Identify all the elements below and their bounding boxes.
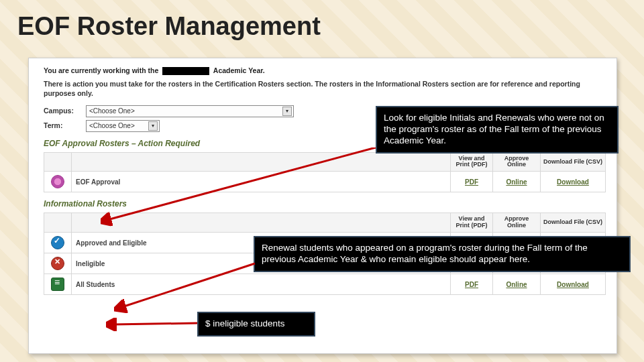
download-link[interactable]: Download xyxy=(557,178,589,186)
page-title: EOF Roster Management xyxy=(17,12,321,41)
list-icon xyxy=(51,278,64,291)
chevron-down-icon: ▾ xyxy=(282,107,292,116)
pdf-link[interactable]: PDF xyxy=(465,178,478,186)
term-select[interactable]: <Choose One> ▾ xyxy=(86,120,160,132)
term-select-value: <Choose One> xyxy=(89,122,135,129)
th-pdf: View and Print (PDF) xyxy=(451,213,493,233)
th-blank xyxy=(44,152,72,172)
th-name xyxy=(72,152,451,172)
term-label: Term: xyxy=(44,121,84,129)
screenshot-panel: You are currently working with the Acade… xyxy=(28,58,617,354)
table-row: EOF Approval PDF Online Download xyxy=(44,172,606,192)
th-online: Approve Online xyxy=(493,213,541,233)
pdf-link[interactable]: PDF xyxy=(465,281,478,288)
callout-renewal-students: Renewal students who appeared on a progr… xyxy=(254,236,631,272)
th-download: Download File (CSV) xyxy=(541,152,606,172)
working-suffix: Academic Year. xyxy=(213,66,265,74)
working-prefix: You are currently working with the xyxy=(44,66,158,74)
th-blank xyxy=(44,213,72,233)
th-name xyxy=(72,213,451,233)
working-year-line: You are currently working with the Acade… xyxy=(44,66,606,75)
campus-select[interactable]: <Choose One> ▾ xyxy=(86,105,294,117)
redacted-year xyxy=(162,67,209,75)
callout-ineligible: $ ineligible students xyxy=(197,312,315,337)
table-row: All Students PDF Online Download xyxy=(44,274,606,295)
th-online: Approve Online xyxy=(493,152,541,172)
check-icon xyxy=(51,236,64,249)
download-link[interactable]: Download xyxy=(557,281,589,288)
callout-initials-renewals: Look for eligible Initials and Renewals … xyxy=(376,106,619,154)
row-name: EOF Approval xyxy=(72,172,451,192)
th-pdf: View and Print (PDF) xyxy=(451,152,493,172)
campus-label: Campus: xyxy=(44,107,84,115)
section-informational: Informational Rosters xyxy=(44,199,606,208)
instruction-paragraph: There is action you must take for the ro… xyxy=(44,79,606,98)
online-link[interactable]: Online xyxy=(506,281,527,288)
approval-icon xyxy=(51,175,64,188)
th-download: Download File (CSV) xyxy=(541,213,606,233)
x-icon xyxy=(51,257,64,270)
chevron-down-icon: ▾ xyxy=(148,121,158,131)
campus-select-value: <Choose One> xyxy=(89,107,135,115)
approval-table: View and Print (PDF) Approve Online Down… xyxy=(44,152,606,193)
row-name: All Students xyxy=(72,274,451,295)
online-link[interactable]: Online xyxy=(506,178,527,186)
